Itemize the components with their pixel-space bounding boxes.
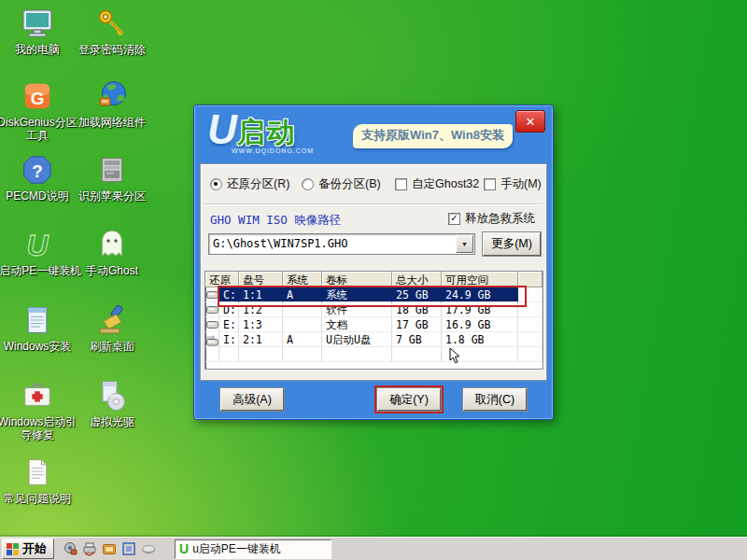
start-button[interactable]: 开始 [2,539,54,559]
advanced-button[interactable]: 高级(A) [220,388,284,411]
column-header-label[interactable]: 卷标 [322,272,392,287]
table-row-c-drive[interactable]: C: [219,287,239,302]
table-row-d-pos[interactable]: 1:2 [239,302,283,317]
task-button-upe-installer[interactable]: U u启动PE一键装机 [175,539,331,559]
quicklaunch-printer-icon[interactable] [81,541,97,557]
svg-text:G: G [31,89,45,108]
drive-icon [205,317,219,332]
radio-selected-icon [210,178,222,190]
taskbar: 开始 U u启动PE一键装机 [0,537,747,560]
empty-cell [219,347,239,362]
checkbox-rescue-system[interactable]: ✓ 释放急救系统 [448,211,535,227]
desktop-icon-virtual-cdrom[interactable]: 虚拟光驱 [67,378,157,428]
start-menu-icon [7,543,19,555]
quicklaunch-folder-icon[interactable] [101,541,117,557]
logo-brand-text: 启动 [237,115,297,150]
table-row-d-active[interactable] [283,302,322,317]
quicklaunch-display-icon[interactable] [120,541,136,557]
desktop-icon-password-clear[interactable]: 登录密码清除 [67,6,157,56]
checkbox-checked-icon: ✓ [448,213,460,225]
svg-text:U: U [26,229,49,261]
table-row-i-total[interactable]: 7 GB [392,332,442,347]
quicklaunch-drive-icon[interactable] [140,541,156,557]
table-row-c-pos[interactable]: 1:1 [239,287,283,302]
image-path-value: G:\Ghost\WIN7SP1.GHO [213,237,348,250]
table-row-i-label[interactable]: U启动U盘 [322,332,392,347]
image-path-combobox[interactable]: G:\Ghost\WIN7SP1.GHO ▼ [208,233,475,255]
ok-button[interactable]: 确定(Y) [377,388,441,411]
column-header-blank[interactable] [518,272,543,287]
drive-icon [205,302,219,317]
table-row-c-active[interactable]: A [283,287,322,302]
svg-text:?: ? [32,161,43,181]
table-row-d-blank[interactable] [518,302,543,317]
apple-partition-device-icon [94,152,130,188]
table-row-i-free[interactable]: 1.8 GB [442,332,518,347]
desktop-icon-label: 识别苹果分区 [67,189,157,203]
table-row-c-label[interactable]: 系统 [322,287,392,302]
ok-button-red-highlight: 确定(Y) [374,385,444,413]
combobox-dropdown-button[interactable]: ▼ [456,235,473,253]
table-row-e-blank[interactable] [518,317,543,332]
table-row-e-drive[interactable]: E: [219,317,239,332]
table-row-d-total[interactable]: 18 GB [392,302,442,317]
desktop-icon-network-components[interactable]: 加载网络组件 [67,78,157,129]
key-icon [94,6,130,41]
quicklaunch-system-icon[interactable] [62,541,78,557]
logo-u-glyph: U [207,109,237,150]
desktop-icon-faq[interactable]: 常见问题说明 [0,455,82,505]
empty-cell [239,347,283,362]
table-row-c-blank[interactable] [518,287,543,302]
desktop-icon-apple-partition[interactable]: 识别苹果分区 [67,152,157,203]
table-row-e-label[interactable]: 文档 [322,317,392,332]
table-row-e-active[interactable] [283,317,322,332]
desktop-icon-refresh-desktop[interactable]: 刷新桌面 [67,302,157,353]
empty-cell [442,347,518,362]
radio-unselected-icon [302,178,314,190]
more-button[interactable]: 更多(M) [483,232,541,256]
desktop-icon-manual-ghost[interactable]: 手动Ghost [67,227,157,277]
table-row-e-free[interactable]: 16.9 GB [442,317,518,332]
checkbox-custom-ghost32[interactable]: 自定Ghost32 [395,176,479,192]
cancel-button[interactable]: 取消(C) [463,388,527,411]
empty-cell [392,347,442,362]
uqidong-logo: U 启动 WWW.UQIDONG.COM [207,109,347,154]
checkbox-custom-label: 自定Ghost32 [412,176,479,192]
support-badge: 支持原版Win7、Win8安装 [353,124,513,148]
table-row-i-pos[interactable]: 2:1 [239,332,283,347]
checkbox-manual-label: 手动(M) [500,176,542,192]
desktop-icon-label: 常见问题说明 [0,492,82,505]
diskgenius-icon: G [20,78,55,114]
table-row-e-pos[interactable]: 1:3 [239,317,283,332]
usb-drive-icon: usb [205,332,219,347]
column-header-system[interactable]: 系统 [283,272,322,287]
table-row-i-drive[interactable]: I: [219,332,239,347]
checkbox-manual[interactable]: 手动(M) [484,176,542,192]
table-row-d-free[interactable]: 17.9 GB [442,302,518,317]
column-header-disk-no[interactable]: 盘号 [239,272,283,287]
radio-backup-partition[interactable]: 备份分区(B) [302,176,381,192]
table-row-c-total[interactable]: 25 GB [392,287,442,302]
drive-icon [205,287,219,302]
radio-restore-partition[interactable]: 还原分区(R) [210,176,289,192]
desktop-icon-label: 虚拟光驱 [67,415,157,428]
table-row-c-free[interactable]: 24.9 GB [442,287,518,302]
table-row-i-active[interactable]: A [283,332,322,347]
table-row-i-blank[interactable] [518,332,543,347]
table-row-d-label[interactable]: 软件 [322,302,392,317]
empty-cell [518,347,543,362]
checkbox-unchecked-icon [484,178,496,190]
faq-document-icon [20,455,55,490]
partition-table: 还原 盘号 系统 卷标 总大小 可用空间 C: 1:1 A 系统 25 GB 2… [204,271,543,370]
table-row-e-total[interactable]: 17 GB [392,317,442,332]
column-header-total[interactable]: 总大小 [392,272,442,287]
uqidong-restore-dialog: U 启动 WWW.UQIDONG.COM 支持原版Win7、Win8安装 ✕ 还… [193,105,554,420]
radio-restore-label: 还原分区(R) [227,176,289,192]
column-header-free[interactable]: 可用空间 [442,272,518,287]
close-icon: ✕ [526,115,536,129]
column-header-restore[interactable]: 还原 [205,272,239,287]
empty-cell [205,347,219,362]
close-button[interactable]: ✕ [515,110,545,133]
table-row-d-drive[interactable]: D: [219,302,239,317]
desktop-background: 我的电脑 G DiskGenius分区工具 ? PECMD说明 U u启动PE一… [0,0,747,560]
